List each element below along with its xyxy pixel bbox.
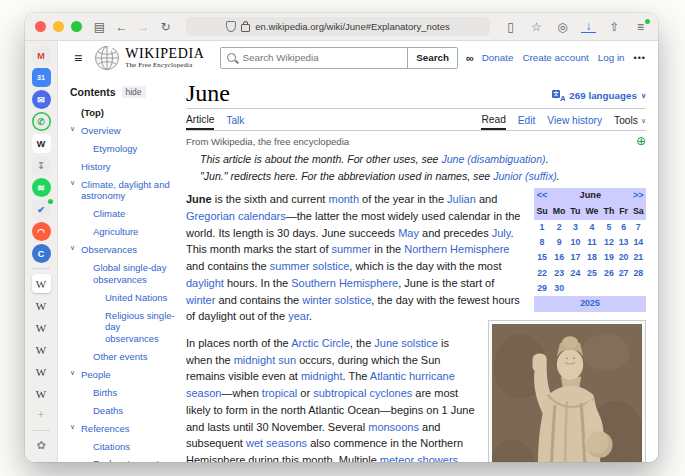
- search-button[interactable]: Search: [407, 48, 457, 68]
- calendar-next-link[interactable]: >>: [631, 188, 646, 204]
- calendar-date-link[interactable]: 18: [583, 250, 602, 265]
- calendar-date-link[interactable]: 4: [583, 220, 602, 235]
- whatsapp-icon[interactable]: ✆: [32, 112, 51, 131]
- wiki-link[interactable]: tropical: [262, 387, 297, 399]
- calendar-date-link[interactable]: 15: [534, 250, 550, 265]
- wiki-link[interactable]: June (disambiguation): [441, 153, 545, 165]
- toc-item[interactable]: ∨Overview: [70, 125, 176, 137]
- calendar-date-link[interactable]: 29: [534, 281, 550, 296]
- wiki-link[interactable]: summer solstice: [270, 260, 349, 272]
- calendar-date-link[interactable]: 27: [617, 266, 631, 281]
- new-tab-button[interactable]: +: [32, 406, 51, 425]
- wiki-link[interactable]: June solstice: [374, 337, 438, 349]
- downloads-tray-icon[interactable]: ↧: [32, 156, 51, 175]
- language-selector[interactable]: A 269 languages ∨: [552, 90, 646, 101]
- infinity-icon[interactable]: ∞: [466, 52, 473, 64]
- wikipedia-tab[interactable]: W: [32, 274, 51, 293]
- calendar-year-link[interactable]: 2025: [534, 296, 646, 311]
- wikipedia-tab[interactable]: W: [32, 318, 51, 337]
- toc-item[interactable]: Climate: [70, 208, 176, 220]
- wiki-link[interactable]: Northern Hemisphere: [404, 243, 509, 255]
- wiki-link[interactable]: month: [328, 193, 359, 205]
- search-input[interactable]: [240, 51, 407, 64]
- downloads-icon[interactable]: ↓: [581, 20, 596, 33]
- wiki-link[interactable]: midnight: [301, 370, 343, 382]
- wiki-link[interactable]: monsoons: [368, 421, 419, 433]
- header-link[interactable]: Donate: [482, 52, 514, 63]
- toc-item[interactable]: ∨Climate, daylight and astronomy: [70, 179, 176, 203]
- menu-list-icon[interactable]: ≡: [633, 21, 648, 33]
- toc-item[interactable]: ∨People: [70, 369, 176, 381]
- calendar-date-link[interactable]: 1: [534, 220, 550, 235]
- tab-tools[interactable]: Tools∨: [614, 114, 646, 130]
- toc-expand-icon[interactable]: ∨: [70, 179, 75, 188]
- tab-edit[interactable]: Edit: [518, 114, 536, 130]
- forward-icon[interactable]: →: [136, 21, 151, 33]
- calendar-date-link[interactable]: 12: [601, 235, 616, 250]
- toc-expand-icon[interactable]: ∨: [70, 423, 75, 432]
- wikipedia-tab[interactable]: W: [32, 296, 51, 315]
- calendar-date-link[interactable]: 17: [568, 250, 582, 265]
- wikipedia-logo[interactable]: WIKIPEDIA The Free Encyclopedia: [94, 45, 204, 71]
- reader-mode-icon[interactable]: ▯: [503, 21, 518, 33]
- wiki-link[interactable]: winter: [186, 294, 215, 306]
- zoom-window-button[interactable]: [71, 21, 82, 32]
- close-window-button[interactable]: [35, 21, 46, 32]
- calendar-date-link[interactable]: 14: [631, 235, 646, 250]
- spotify-icon[interactable]: ≋: [32, 178, 51, 197]
- tab-view-history[interactable]: View history: [547, 114, 602, 130]
- calendar-date-link[interactable]: 21: [631, 250, 646, 265]
- toc-expand-icon[interactable]: ∨: [70, 244, 75, 253]
- toc-expand-icon[interactable]: ∨: [70, 125, 75, 134]
- calendar-date-link[interactable]: 16: [550, 250, 568, 265]
- toc-item[interactable]: Deaths: [70, 405, 176, 417]
- toc-expand-icon[interactable]: ∨: [70, 369, 75, 378]
- toc-item[interactable]: Births: [70, 387, 176, 399]
- calendar-date-link[interactable]: 23: [550, 266, 568, 281]
- minimize-window-button[interactable]: [53, 21, 64, 32]
- calendar-date-link[interactable]: 3: [568, 220, 582, 235]
- wikipedia-app-icon[interactable]: W: [32, 134, 51, 153]
- wiki-link[interactable]: Southern Hemisphere: [291, 277, 398, 289]
- calendar-date-link[interactable]: 19: [601, 250, 616, 265]
- wiki-link[interactable]: meteor showers: [380, 454, 458, 462]
- calendar-date-link[interactable]: 24: [568, 266, 582, 281]
- calendar-date-link[interactable]: 20: [617, 250, 631, 265]
- wikipedia-tab[interactable]: W: [32, 384, 51, 403]
- tab-talk[interactable]: Talk: [226, 114, 244, 130]
- calendar-date-link[interactable]: 6: [617, 220, 631, 235]
- green-plus-icon[interactable]: ⊕: [636, 135, 646, 147]
- toc-item[interactable]: (Top): [70, 107, 176, 119]
- wiki-link[interactable]: summer: [332, 243, 372, 255]
- header-link[interactable]: Create account: [522, 52, 588, 63]
- header-link[interactable]: Log in: [598, 52, 625, 63]
- wiki-link[interactable]: winter solstice: [302, 294, 371, 306]
- extensions-icon[interactable]: ✿: [32, 436, 51, 455]
- calendar-date-link[interactable]: 26: [601, 266, 616, 281]
- toc-item[interactable]: Religious single-day observances: [70, 310, 176, 346]
- calendar-app-icon[interactable]: 31: [32, 68, 51, 87]
- wiki-link[interactable]: wet seasons: [246, 437, 307, 449]
- wikipedia-tab[interactable]: W: [32, 362, 51, 381]
- toc-item[interactable]: Explanatory notes: [70, 458, 176, 462]
- c-app-icon[interactable]: C: [32, 244, 51, 263]
- wiki-link[interactable]: subtropical cyclones: [313, 387, 412, 399]
- screenshot-icon[interactable]: ◎: [555, 21, 570, 33]
- share-icon[interactable]: ⇧: [607, 21, 622, 33]
- toc-item[interactable]: Agriculture: [70, 226, 176, 238]
- wiki-link[interactable]: year: [288, 310, 309, 322]
- main-menu-icon[interactable]: ≡: [70, 50, 86, 66]
- wiki-link[interactable]: Arctic Circle: [291, 337, 350, 349]
- calendar-date-link[interactable]: 28: [631, 266, 646, 281]
- bookmark-star-icon[interactable]: ☆: [529, 21, 544, 33]
- wiki-link[interactable]: Julian: [447, 193, 476, 205]
- wiki-link[interactable]: Junior (suffix): [493, 170, 557, 182]
- wiki-link[interactable]: Gregorian calendars: [186, 210, 286, 222]
- calendar-date-link[interactable]: 2: [550, 220, 568, 235]
- toc-item[interactable]: United Nations: [70, 292, 176, 304]
- toc-item[interactable]: ∨References: [70, 423, 176, 435]
- back-icon[interactable]: ←: [114, 21, 129, 33]
- overflow-menu-icon[interactable]: •••: [634, 53, 646, 63]
- calendar-date-link[interactable]: 25: [583, 266, 602, 281]
- calendar-date-link[interactable]: 5: [601, 220, 616, 235]
